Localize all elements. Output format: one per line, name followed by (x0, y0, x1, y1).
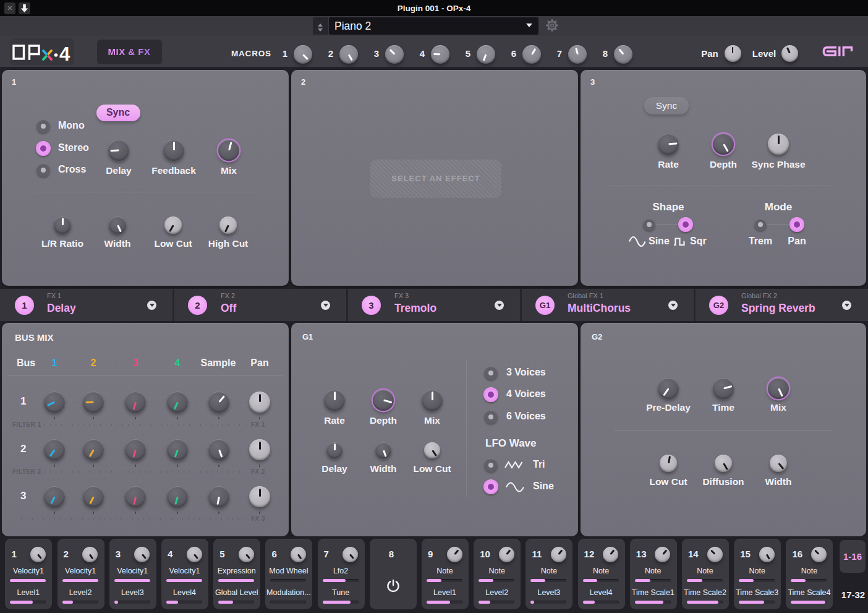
svg-text:4: 4 (59, 43, 70, 65)
